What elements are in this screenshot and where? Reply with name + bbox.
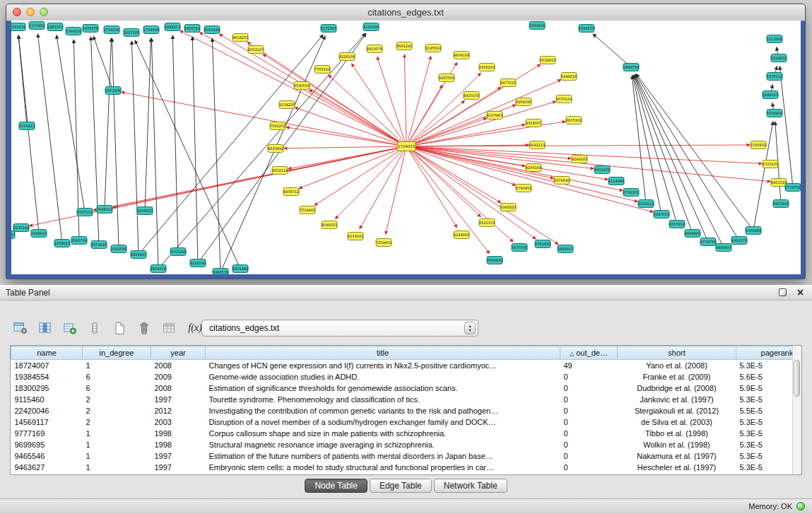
cell-year[interactable]: 2008 — [151, 382, 206, 394]
graph-node[interactable]: 4003478 — [594, 166, 610, 174]
graph-node[interactable]: 5556934 — [767, 110, 782, 117]
graph-node[interactable]: 8107463 — [487, 112, 502, 119]
cell-title[interactable]: Corpus callosum shape and size in male p… — [206, 428, 560, 439]
graph-node[interactable]: 2237148 — [13, 224, 29, 232]
graph-edge[interactable] — [406, 146, 490, 254]
graph-node[interactable]: 8615302 — [566, 117, 582, 124]
show-columns-button[interactable] — [36, 319, 54, 337]
table-row[interactable]: 911546021997Tourette syndrome. Phenomeno… — [11, 394, 803, 405]
graph-node[interactable]: 2782556 — [111, 245, 126, 253]
graph-edge[interactable] — [112, 38, 119, 249]
tab-network-table[interactable]: Network Table — [434, 479, 507, 493]
cell-name[interactable]: 9463627 — [11, 462, 83, 473]
graph-node[interactable]: 3237101 — [77, 209, 93, 216]
graph-node[interactable]: 2671645 — [91, 241, 107, 249]
graph-edge[interactable] — [105, 38, 112, 209]
graph-node[interactable]: 1595832 — [751, 141, 766, 149]
create-column-button[interactable] — [61, 319, 79, 337]
graph-node[interactable]: 1516240 — [104, 26, 119, 34]
cell-title[interactable]: Genome-wide association studies in ADHD. — [206, 371, 560, 382]
cell-out_de[interactable]: 0 — [560, 382, 618, 394]
graph-edge[interactable] — [406, 100, 465, 146]
graph-node[interactable]: 5889667 — [11, 231, 15, 239]
network-graph[interactable]: 1724033725440181330419048321752444189367… — [11, 21, 801, 274]
graph-node[interactable]: 5002489 — [746, 227, 761, 235]
cell-short[interactable]: Nakamura et al. (1997) — [618, 450, 736, 462]
cell-in_degree[interactable]: 2 — [83, 405, 151, 416]
graph-edge[interactable] — [212, 38, 220, 272]
graph-edge[interactable] — [122, 92, 406, 146]
graph-node[interactable]: 5990578 — [213, 269, 228, 275]
graph-node[interactable]: 8356203 — [479, 64, 495, 71]
graph-node[interactable]: 8833492 — [268, 145, 283, 153]
graph-edge[interactable] — [299, 146, 406, 189]
column-header-out_de[interactable]: △out_de… — [560, 346, 618, 360]
cell-short[interactable]: Tibbo et al. (1998) — [618, 428, 736, 439]
graph-edge[interactable] — [158, 33, 365, 269]
cell-year[interactable]: 2003 — [151, 416, 206, 428]
graph-node[interactable]: 2560734 — [71, 237, 87, 245]
column-header-title[interactable]: title — [206, 346, 560, 360]
graph-node[interactable]: 5113390 — [767, 35, 782, 43]
minimize-window-button[interactable] — [26, 8, 35, 16]
import-table-button[interactable] — [160, 319, 178, 337]
graph-edge[interactable] — [406, 146, 516, 185]
column-header-name[interactable]: name — [11, 346, 83, 360]
graph-node[interactable]: 7254401 — [376, 239, 392, 247]
graph-edge[interactable] — [335, 146, 406, 218]
cell-title[interactable]: Changes of HCN gene expression and I(f) … — [206, 360, 560, 372]
graph-node[interactable]: 9205168 — [526, 164, 541, 172]
graph-node[interactable]: 8379540 — [554, 177, 570, 185]
cell-in_degree[interactable]: 1 — [83, 462, 151, 473]
graph-node[interactable]: 1394216 — [66, 28, 81, 35]
column-header-year[interactable]: year — [151, 346, 206, 360]
graph-node[interactable]: 9070154 — [556, 95, 572, 103]
graph-node[interactable]: 8790452 — [516, 185, 531, 192]
float-panel-icon[interactable] — [779, 288, 787, 296]
graph-node[interactable]: 1405378 — [83, 25, 98, 33]
graph-node[interactable]: 3458923 — [137, 207, 153, 215]
graph-node[interactable]: 4447023 — [654, 211, 669, 218]
graph-node[interactable]: 3781656 — [535, 240, 551, 248]
table-row[interactable]: 2242004622012Investigating the contribut… — [11, 405, 803, 416]
graph-edge[interactable] — [18, 35, 39, 233]
graph-edge[interactable] — [593, 34, 631, 67]
close-window-button[interactable] — [13, 8, 21, 16]
graph-node[interactable]: 9618203 — [233, 34, 248, 42]
table-vertical-scrollbar[interactable] — [792, 346, 801, 474]
graph-edge[interactable] — [220, 36, 325, 272]
graph-node[interactable]: 3569834 — [487, 257, 502, 264]
delete-columns-button[interactable] — [86, 319, 104, 337]
cell-year[interactable]: 1998 — [151, 428, 206, 439]
graph-node[interactable]: 9420158 — [464, 92, 479, 100]
cell-name[interactable]: 18300295 — [11, 382, 83, 394]
cell-in_degree[interactable]: 1 — [83, 450, 151, 462]
graph-node[interactable]: 5446023 — [763, 91, 778, 99]
graph-node[interactable]: 4336112 — [638, 200, 654, 208]
graph-node[interactable]: 9226108 — [339, 53, 355, 61]
cell-name[interactable]: 18724007 — [11, 360, 83, 372]
cell-short[interactable]: de Silva et al. (2003) — [618, 416, 736, 428]
cell-title[interactable]: Disruption of a novel member of a sodium… — [206, 416, 560, 428]
graph-edge[interactable] — [151, 38, 158, 269]
graph-node[interactable]: 8125524 — [425, 45, 441, 52]
cell-out_de[interactable]: 0 — [560, 394, 618, 405]
graph-node[interactable]: 5667845 — [773, 200, 789, 208]
graph-node[interactable]: 4779756 — [700, 238, 716, 246]
graph-node[interactable]: 1948794 — [623, 64, 639, 71]
graph-node[interactable]: 4668845 — [685, 230, 700, 238]
graph-node[interactable]: 4991578 — [731, 237, 747, 245]
column-header-short[interactable]: short — [618, 346, 736, 360]
graph-edge[interactable] — [352, 64, 406, 146]
graph-node[interactable]: 8133041 — [348, 233, 363, 240]
graph-node[interactable]: 2061438 — [204, 26, 220, 34]
graph-node[interactable]: 5335112 — [767, 73, 782, 81]
table-row[interactable]: 1872400712008Changes of HCN gene express… — [11, 360, 803, 372]
table-row[interactable]: 977716911998Corpus callosum shape and si… — [11, 428, 803, 439]
panel-resize-grip[interactable] — [398, 281, 415, 284]
cell-year[interactable]: 1998 — [151, 439, 206, 450]
graph-node[interactable]: 1724033 — [397, 142, 416, 151]
graph-node[interactable]: 3670745 — [512, 244, 527, 252]
graph-node[interactable]: 5778756 — [785, 184, 801, 192]
cell-title[interactable]: Investigating the contribution of common… — [206, 405, 560, 416]
